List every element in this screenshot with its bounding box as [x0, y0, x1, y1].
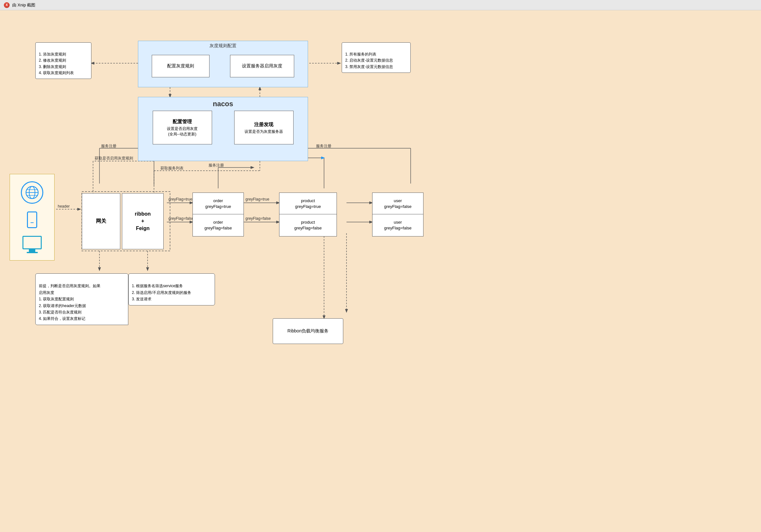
canvas: 获取是否启用灰度规则 获取服务列表 服务注册 服务注册 服务注册 服务注册 he…	[0, 10, 761, 532]
svg-text:greyFlag=true: greyFlag=true	[168, 197, 193, 202]
title-bar: X 由 Xnip 截图	[0, 0, 761, 10]
globe-icon	[21, 181, 43, 204]
svg-text:greyFlag=true: greyFlag=true	[245, 197, 269, 202]
bottom-middle-callout: 1. 根据服务名筛选service服务 2. 筛选启用/不启用灰度规则的服务 3…	[128, 273, 215, 306]
title-text: 由 Xnip 截图	[12, 2, 35, 8]
config-grey-rules-box: 配置灰度规则	[152, 55, 209, 77]
svg-text:服务注册: 服务注册	[208, 163, 224, 167]
svg-text:获取服务列表: 获取服务列表	[160, 166, 184, 170]
grey-rules-title: 灰度规则配置	[138, 43, 308, 49]
product-false-box: product greyFlag=false	[279, 214, 337, 236]
config-management-box: 配置管理 设置是否启用灰度 (全局--动态更新)	[153, 111, 212, 145]
client-area	[10, 174, 55, 261]
registry-discovery-box: 注册发现 设置是否为灰度服务器	[234, 111, 294, 145]
set-server-grey-box: 设置服务器启用灰度	[230, 55, 294, 77]
nacos-title: nacos	[138, 100, 308, 108]
top-left-callout: 1. 添加灰度规则 2. 修改灰度规则 3. 删除灰度规则 4. 获取灰度规则列…	[35, 42, 91, 79]
ribbon-feign-box: ribbon + Feign	[122, 193, 164, 249]
ribbon-lb-box: Ribbon负载均衡服务	[273, 318, 343, 344]
order-true-box: order greyFlag=true	[193, 193, 244, 215]
app-icon: X	[4, 2, 10, 8]
product-true-box: product greyFlag=true	[279, 193, 337, 215]
bottom-left-callout: 前提，判断是否启用灰度规则。如果 启用灰度 1. 获取灰度配置规则 2. 获取请…	[35, 273, 128, 325]
gateway-box: 网关	[82, 193, 120, 249]
order-false-box: order greyFlag=false	[193, 214, 244, 236]
svg-text:greyFlag=false: greyFlag=false	[245, 216, 271, 221]
nacos-container: nacos 配置管理 设置是否启用灰度 (全局--动态更新) 注册发现 设置是否…	[138, 97, 308, 161]
svg-text:greyFlag=false: greyFlag=false	[168, 216, 194, 221]
grey-rules-container: 灰度规则配置 配置灰度规则 设置服务器启用灰度	[138, 41, 308, 87]
svg-text:服务注册: 服务注册	[316, 144, 331, 148]
user-false-top-box: user greyFlag=false	[372, 193, 424, 215]
phone-icon	[27, 211, 37, 228]
top-right-callout: 1. 所有服务的列表 2. 启动灰度-设置元数据信息 3. 禁用灰度-设置元数据…	[342, 42, 411, 73]
monitor-icon	[23, 236, 42, 253]
user-false-bottom-box: user greyFlag=false	[372, 214, 424, 236]
svg-text:服务注册: 服务注册	[101, 144, 116, 148]
svg-text:header: header	[58, 204, 70, 208]
svg-text:获取是否启用灰度规则: 获取是否启用灰度规则	[95, 156, 133, 160]
